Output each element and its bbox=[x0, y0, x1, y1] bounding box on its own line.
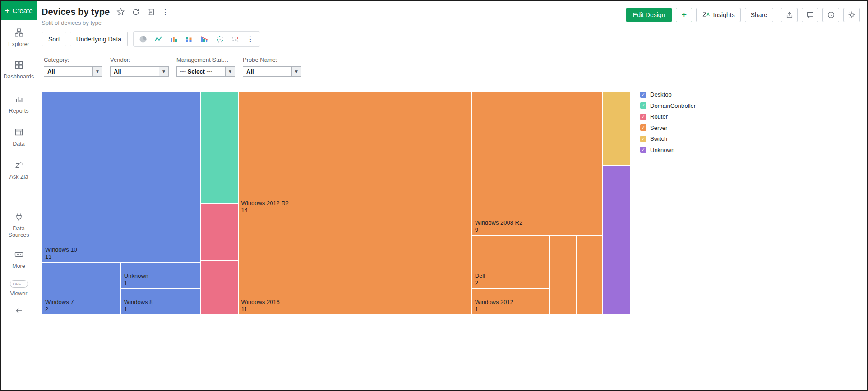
treemap-cell-label: Dell2 bbox=[475, 272, 485, 286]
treemap-cell-label: Windows 72 bbox=[45, 299, 74, 313]
collapse-sidebar-icon[interactable] bbox=[14, 307, 24, 315]
treemap-cell-label: Windows 2012 R214 bbox=[241, 200, 289, 214]
treemap-cell-label: Unknown1 bbox=[124, 272, 148, 286]
legend-item[interactable]: ✓Switch bbox=[640, 135, 717, 142]
sidebar-item-data-sources[interactable]: Data Sources bbox=[1, 212, 37, 238]
legend-item[interactable]: ✓Unknown bbox=[640, 147, 717, 153]
filter-label: Category: bbox=[44, 56, 102, 63]
legend-item[interactable]: ✓Desktop bbox=[640, 91, 717, 98]
treemap-cell[interactable] bbox=[602, 165, 631, 315]
history-button[interactable] bbox=[822, 8, 839, 22]
vendor-select[interactable]: All ▼ bbox=[110, 66, 169, 77]
probe-name-select[interactable]: All ▼ bbox=[243, 66, 301, 77]
explorer-icon bbox=[14, 28, 23, 38]
treemap-cell-label: Windows 1013 bbox=[45, 246, 77, 260]
sidebar-item-label: Dashboards bbox=[4, 74, 34, 80]
chart-type-bar-icon[interactable] bbox=[166, 32, 181, 46]
select-value: All bbox=[243, 67, 291, 76]
sidebar-item-explorer[interactable]: Explorer bbox=[1, 28, 37, 47]
legend-item[interactable]: ✓Router bbox=[640, 113, 717, 120]
sidebar-item-label: Ask Zia bbox=[9, 174, 28, 180]
select-value: All bbox=[111, 67, 159, 76]
refresh-icon[interactable] bbox=[132, 8, 140, 16]
data-table-icon bbox=[14, 128, 23, 138]
title-kebab-menu-icon[interactable]: ⋮ bbox=[162, 9, 169, 16]
share-button[interactable]: Share bbox=[745, 8, 773, 22]
treemap-cell[interactable]: Windows 72 bbox=[42, 262, 121, 315]
legend-label: Router bbox=[650, 113, 668, 120]
sidebar-item-label: Explorer bbox=[8, 41, 29, 47]
treemap-cell[interactable] bbox=[200, 204, 238, 260]
sidebar: + Create Explorer Dashboards Reports bbox=[1, 1, 37, 390]
chart-type-combo-icon[interactable] bbox=[197, 32, 212, 46]
treemap-cell[interactable]: Windows 201611 bbox=[238, 216, 472, 315]
treemap-cell[interactable]: Dell2 bbox=[472, 235, 550, 289]
legend-swatch: ✓ bbox=[640, 136, 646, 142]
sidebar-item-label: Data bbox=[13, 141, 24, 147]
legend-item[interactable]: ✓Server bbox=[640, 124, 717, 131]
sort-button[interactable]: Sort bbox=[42, 32, 66, 46]
chart-type-stacked-bar-icon[interactable] bbox=[181, 32, 197, 46]
sidebar-item-reports[interactable]: Reports bbox=[1, 95, 37, 114]
filter-management-status: Management Stat… --- Select --- ▼ bbox=[176, 56, 235, 77]
treemap-cell[interactable] bbox=[577, 235, 602, 315]
zia-icon bbox=[14, 161, 23, 171]
sidebar-item-dashboards[interactable]: Dashboards bbox=[1, 60, 37, 80]
legend-swatch: ✓ bbox=[640, 102, 646, 109]
edit-design-button[interactable]: Edit Design bbox=[626, 8, 672, 22]
chart-type-map-icon[interactable] bbox=[227, 32, 243, 46]
save-icon[interactable] bbox=[147, 8, 155, 16]
sidebar-item-ask-zia[interactable]: Ask Zia bbox=[1, 161, 37, 180]
sidebar-item-label: Viewer bbox=[10, 290, 28, 297]
treemap-cell[interactable]: Unknown1 bbox=[121, 262, 200, 289]
settings-gear-icon[interactable] bbox=[843, 8, 860, 22]
treemap-cell-label: Windows 201611 bbox=[241, 299, 280, 313]
chart-legend: ✓Desktop✓DomainController✓Router✓Server✓… bbox=[640, 91, 717, 315]
filter-vendor: Vendor: All ▼ bbox=[110, 56, 169, 77]
favorite-star-icon[interactable] bbox=[116, 8, 125, 16]
treemap-cell[interactable]: Windows 1013 bbox=[42, 91, 200, 262]
legend-swatch: ✓ bbox=[640, 114, 646, 120]
add-button[interactable]: + bbox=[676, 8, 692, 22]
sidebar-item-more[interactable]: More bbox=[1, 250, 37, 269]
underlying-data-button[interactable]: Underlying Data bbox=[70, 32, 128, 46]
treemap-cell[interactable] bbox=[550, 235, 577, 315]
treemap-cell[interactable]: Windows 81 bbox=[121, 289, 200, 315]
treemap-cell[interactable]: Windows 2012 R214 bbox=[238, 91, 472, 216]
chart-type-line-icon[interactable] bbox=[151, 32, 166, 46]
chart-type-scatter-icon[interactable] bbox=[212, 32, 227, 46]
treemap-cell[interactable]: Windows 20121 bbox=[472, 289, 550, 315]
treemap-chart: Windows 1013Windows 72Unknown1Windows 81… bbox=[42, 91, 631, 315]
management-status-select[interactable]: --- Select --- ▼ bbox=[176, 66, 235, 77]
chevron-down-icon: ▼ bbox=[92, 67, 102, 76]
export-button[interactable] bbox=[781, 8, 798, 22]
create-button[interactable]: + Create bbox=[1, 1, 37, 20]
chart-area: Windows 1013Windows 72Unknown1Windows 81… bbox=[37, 91, 867, 315]
sidebar-item-data[interactable]: Data bbox=[1, 128, 37, 147]
chart-type-switcher: ⋮ bbox=[133, 31, 260, 47]
chevron-down-icon: ▼ bbox=[291, 67, 301, 76]
plus-icon: + bbox=[5, 6, 9, 15]
category-select[interactable]: All ▼ bbox=[44, 66, 102, 77]
filter-category: Category: All ▼ bbox=[44, 56, 102, 77]
treemap-cell[interactable]: Windows 2008 R29 bbox=[472, 91, 603, 235]
sidebar-item-viewer: OFF Viewer bbox=[1, 280, 37, 297]
report-header: Devices by type ⋮ Split of devices by ty… bbox=[37, 1, 867, 26]
sidebar-item-label: Reports bbox=[9, 108, 29, 114]
treemap-cell[interactable] bbox=[200, 91, 238, 204]
filter-probe-name: Probe Name: All ▼ bbox=[243, 56, 301, 77]
legend-label: DomainController bbox=[650, 102, 696, 109]
chart-type-pie-icon[interactable] bbox=[135, 32, 151, 46]
comments-button[interactable] bbox=[802, 8, 818, 22]
legend-label: Server bbox=[650, 124, 667, 131]
chart-type-kebab-menu-icon[interactable]: ⋮ bbox=[243, 32, 258, 46]
treemap-cell[interactable] bbox=[200, 260, 238, 315]
page-title: Devices by type bbox=[42, 7, 110, 17]
legend-label: Unknown bbox=[650, 147, 674, 153]
filter-label: Management Stat… bbox=[176, 56, 235, 63]
insights-button-label: Insights bbox=[713, 11, 734, 18]
legend-item[interactable]: ✓DomainController bbox=[640, 102, 717, 109]
viewer-toggle[interactable]: OFF bbox=[10, 280, 28, 288]
insights-button[interactable]: Insights bbox=[696, 8, 740, 22]
treemap-cell[interactable] bbox=[602, 91, 631, 165]
